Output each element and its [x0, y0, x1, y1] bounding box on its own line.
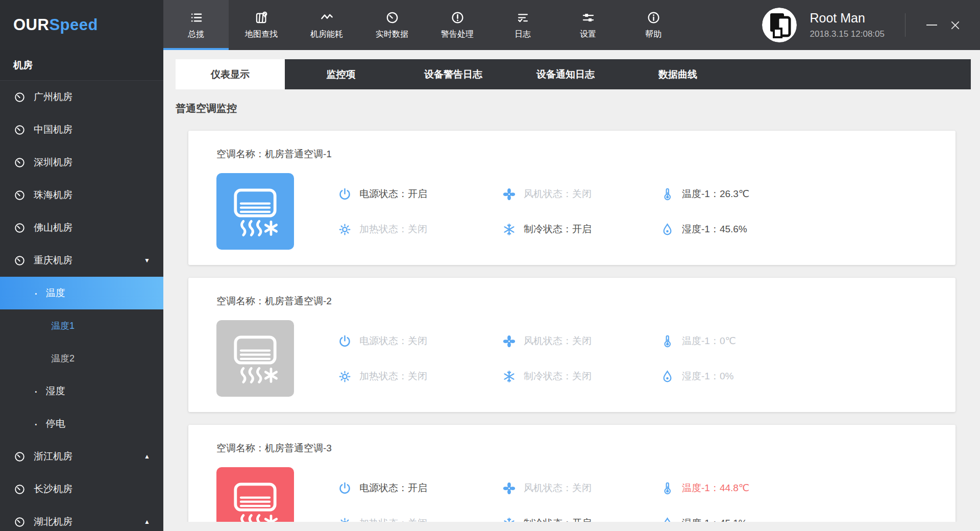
power-icon: [338, 481, 352, 495]
tab-1[interactable]: 仪表显示: [176, 59, 285, 89]
minimize-icon: [926, 25, 937, 26]
alert-icon: [451, 11, 464, 25]
status-text: 风机状态：关闭: [524, 481, 592, 495]
tab-5[interactable]: 数据曲线: [622, 59, 734, 89]
close-icon: [950, 20, 960, 30]
sidebar-item-label: 佛山机房: [34, 221, 72, 234]
map-icon: [255, 11, 268, 25]
thermometer-icon: [660, 334, 674, 348]
top-nav-item-1[interactable]: 总揽: [163, 0, 229, 50]
sidebar-item[interactable]: 温度1: [0, 309, 163, 342]
user-name: Root Man: [810, 11, 885, 26]
sidebar-item[interactable]: ·湿度: [0, 375, 163, 407]
status-text: 风机状态：关闭: [524, 187, 592, 201]
status-text: 制冷状态：关闭: [524, 370, 592, 383]
avatar[interactable]: [762, 8, 797, 42]
horizontal-scrollbar-track: [163, 522, 980, 531]
ac-unit-icon: [216, 173, 294, 250]
sidebar-item-label: 温度: [46, 286, 65, 300]
gauge-icon: [385, 11, 399, 25]
status-text: 制冷状态：开启: [524, 223, 592, 236]
ac-name-label: 空调名称：机房普通空调-2: [216, 295, 332, 308]
room-gauge-icon: [14, 222, 26, 234]
power-icon: [338, 334, 352, 348]
caret-up-icon[interactable]: ▲: [144, 518, 150, 525]
top-nav-label: 机房能耗: [310, 29, 343, 40]
status-item: 电源状态：开启: [338, 481, 502, 495]
minimize-button[interactable]: [920, 13, 943, 37]
top-nav-item-5[interactable]: 警告处理: [425, 0, 490, 50]
top-nav-label: 警告处理: [441, 29, 474, 40]
droplet-icon: [660, 370, 674, 383]
sidebar-item[interactable]: 湖北机房 ▲: [0, 505, 163, 531]
tab-label: 数据曲线: [658, 68, 697, 81]
status-rows: 电源状态：开启 风机状态：关闭 温度-1：26.3℃ 加热状态：关闭 制冷状态：…: [338, 182, 940, 252]
status-item: 制冷状态：开启: [502, 223, 660, 236]
top-nav-label: 实时数据: [376, 29, 408, 40]
status-text: 湿度-1：0%: [682, 370, 733, 383]
tab-bar: 仪表显示 监控项 设备警告日志 设备通知日志 数据曲线: [176, 59, 971, 89]
sidebar-item[interactable]: 广州机房: [0, 81, 163, 113]
ac-name-label: 空调名称：机房普通空调-3: [216, 442, 332, 455]
top-bar: OURSpeed 总揽 地图查找 机房能耗 实时数据 警告处理 日志 设置 帮助…: [0, 0, 980, 50]
status-row: 电源状态：关闭 风机状态：关闭 温度-1：0℃: [338, 329, 940, 353]
user-meta: Root Man 2018.3.15 12:08:05: [810, 11, 885, 39]
status-item: 风机状态：关闭: [502, 481, 660, 495]
status-item: 湿度-1：0%: [660, 370, 940, 383]
top-nav-item-6[interactable]: 日志: [490, 0, 555, 50]
sidebar-item[interactable]: 珠海机房: [0, 179, 163, 211]
status-item: 温度-1：0℃: [660, 334, 940, 348]
top-nav-label: 地图查找: [245, 29, 278, 40]
top-nav-item-3[interactable]: 机房能耗: [294, 0, 359, 50]
ac-status-card-3: 空调名称：机房普通空调-3 电源状态：开启 风机状态：关闭 温度-1：44.8℃…: [188, 425, 955, 531]
current-datetime: 2018.3.15 12:08:05: [810, 29, 885, 39]
bullet-dot: ·: [34, 384, 38, 398]
top-nav-item-2[interactable]: 地图查找: [229, 0, 294, 50]
status-text: 温度-1：26.3℃: [682, 187, 749, 201]
sidebar-item[interactable]: 中国机房: [0, 113, 163, 146]
tab-3[interactable]: 设备警告日志: [397, 59, 509, 89]
top-nav-item-4[interactable]: 实时数据: [359, 0, 425, 50]
sidebar-item[interactable]: ·温度: [0, 277, 163, 309]
status-item: 风机状态：关闭: [502, 334, 660, 348]
status-item: 风机状态：关闭: [502, 187, 660, 201]
sidebar-item[interactable]: 重庆机房 ▼: [0, 244, 163, 277]
settings-icon: [581, 11, 595, 25]
sidebar-item-label: 湖北机房: [34, 515, 72, 528]
tab-label: 监控项: [327, 68, 356, 81]
sidebar-item[interactable]: 浙江机房 ▲: [0, 440, 163, 473]
sidebar-item-label: 中国机房: [34, 123, 72, 136]
tab-label: 仪表显示: [211, 68, 250, 81]
top-nav-item-8[interactable]: 帮助: [621, 0, 686, 50]
list-icon: [189, 11, 203, 25]
tab-2[interactable]: 监控项: [285, 59, 397, 89]
sidebar-item[interactable]: 长沙机房: [0, 473, 163, 505]
sidebar-item[interactable]: 佛山机房: [0, 211, 163, 244]
main-content: 仪表显示 监控项 设备警告日志 设备通知日志 数据曲线 普通空调监控 空调名称：…: [163, 50, 980, 531]
ac-unit-icon: [216, 320, 294, 397]
status-text: 温度-1：0℃: [682, 334, 736, 348]
ac-name-label: 空调名称：机房普通空调-1: [216, 148, 332, 161]
bullet-dot: ·: [34, 286, 38, 300]
sidebar-item-label: 长沙机房: [34, 482, 72, 496]
caret-up-icon[interactable]: ▲: [144, 453, 150, 460]
sidebar-item[interactable]: 温度2: [0, 342, 163, 375]
top-nav-item-7[interactable]: 设置: [555, 0, 621, 50]
sidebar-list: 广州机房 中国机房 深圳机房 珠海机房 佛山机房 重庆机房 ▼ ·温度 温度1 …: [0, 81, 163, 531]
close-button[interactable]: [943, 13, 967, 37]
room-gauge-icon: [14, 255, 26, 267]
status-row: 电源状态：开启 风机状态：关闭 温度-1：26.3℃: [338, 182, 940, 206]
tab-4[interactable]: 设备通知日志: [509, 59, 622, 89]
status-item: 制冷状态：关闭: [502, 370, 660, 383]
bullet-dot: ·: [34, 417, 38, 430]
power-icon: [338, 187, 352, 201]
caret-down-icon[interactable]: ▼: [144, 257, 150, 264]
status-row: 加热状态：关闭 制冷状态：开启 湿度-1：45.6%: [338, 217, 940, 242]
snowflake-icon: [502, 370, 516, 383]
snowflake-icon: [502, 223, 516, 236]
sidebar: 机房 广州机房 中国机房 深圳机房 珠海机房 佛山机房 重庆机房 ▼ ·温度 温…: [0, 50, 163, 531]
sidebar-item[interactable]: ·停电: [0, 407, 163, 440]
sidebar-item[interactable]: 深圳机房: [0, 146, 163, 179]
status-row: 加热状态：关闭 制冷状态：关闭 湿度-1：0%: [338, 364, 940, 389]
top-nav: 总揽 地图查找 机房能耗 实时数据 警告处理 日志 设置 帮助: [163, 0, 686, 50]
